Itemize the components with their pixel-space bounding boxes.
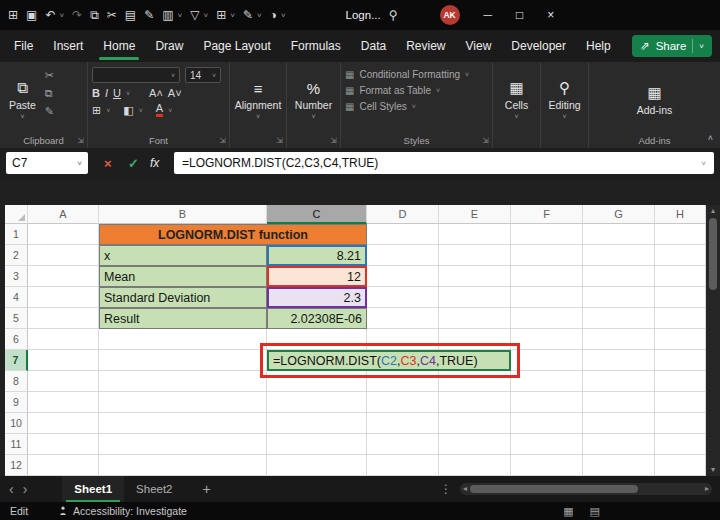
tab-page-layout[interactable]: Page Layout bbox=[203, 30, 270, 62]
cs-chevron-icon[interactable]: ˅ bbox=[412, 103, 416, 110]
borders-button[interactable]: ⊞ bbox=[92, 104, 101, 117]
font-name-chevron-icon[interactable]: ˅ bbox=[171, 72, 175, 79]
paste-chevron-icon[interactable]: ˅ bbox=[20, 113, 24, 120]
alignment-dialog-launcher-icon[interactable]: ⇲ bbox=[276, 136, 283, 145]
search-icon[interactable]: ⚲ bbox=[389, 9, 398, 21]
add-sheet-button[interactable]: + bbox=[203, 481, 211, 497]
minimize-button[interactable]: ─ bbox=[484, 8, 493, 22]
borders-icon[interactable]: ⊞ bbox=[216, 9, 226, 21]
font-color-button[interactable]: A bbox=[156, 103, 163, 117]
increase-font-button[interactable]: A˄ bbox=[149, 87, 163, 99]
font-dialog-launcher-icon[interactable]: ⇲ bbox=[219, 136, 226, 145]
share-chevron-icon[interactable]: ˅ bbox=[699, 42, 704, 51]
tab-insert[interactable]: Insert bbox=[53, 30, 83, 62]
vertical-scrollbar[interactable]: ▴ ▾ bbox=[706, 205, 720, 476]
copy-icon[interactable]: ⧉ bbox=[90, 9, 99, 21]
tab-home[interactable]: Home bbox=[103, 30, 135, 62]
cut-button[interactable]: ✂ bbox=[45, 69, 54, 82]
vertical-scrollbar-thumb[interactable] bbox=[709, 218, 717, 290]
qat-chevron-icon[interactable]: ˅ bbox=[281, 11, 286, 20]
tab-developer[interactable]: Developer bbox=[511, 30, 566, 62]
horizontal-scrollbar[interactable]: ◂ ▸ bbox=[460, 483, 712, 495]
enter-icon[interactable]: ✓ bbox=[128, 148, 139, 178]
sheetbar-more-icon[interactable]: ⋮ bbox=[440, 482, 452, 496]
cells-chevron-icon[interactable]: ˅ bbox=[514, 113, 518, 120]
font-name-combo[interactable]: ˅ bbox=[92, 67, 180, 83]
maximize-button[interactable]: □ bbox=[516, 8, 523, 22]
tab-review[interactable]: Review bbox=[406, 30, 445, 62]
tab-sheet1[interactable]: Sheet1 bbox=[62, 476, 124, 502]
editing-button[interactable]: ⚲ Editing ˅ bbox=[543, 67, 585, 132]
decrease-font-button[interactable]: A˅ bbox=[168, 87, 182, 99]
name-box-chevron-icon[interactable]: ˅ bbox=[77, 159, 82, 168]
editing-chevron-icon[interactable]: ˅ bbox=[562, 113, 566, 120]
hscroll-right-icon[interactable]: ▸ bbox=[705, 485, 709, 493]
number-button[interactable]: % Number ˅ bbox=[290, 67, 337, 132]
chart-chevron-icon[interactable]: ˅ bbox=[178, 11, 183, 20]
undo-icon[interactable]: ↶ bbox=[45, 9, 55, 21]
horizontal-scrollbar-thumb[interactable] bbox=[470, 485, 638, 493]
tab-sheet2[interactable]: Sheet2 bbox=[124, 476, 184, 502]
cell-C7-active-formula[interactable]: =LOGNORM.DIST(C2,C3,C4,TRUE) bbox=[267, 350, 511, 371]
sheet-nav-left-icon[interactable]: ‹ bbox=[0, 481, 23, 497]
name-box[interactable]: C7 ˅ bbox=[6, 152, 88, 174]
collapse-ribbon-icon[interactable]: ˄ bbox=[708, 133, 713, 143]
cell-C3[interactable]: 12 bbox=[267, 266, 367, 287]
formula-input[interactable]: =LOGNORM.DIST(C2,C3,C4,TRUE) ˅ bbox=[174, 152, 714, 174]
view-page-layout-icon[interactable]: ▤ bbox=[590, 505, 600, 518]
cf-chevron-icon[interactable]: ˅ bbox=[465, 71, 469, 78]
borders-btn-chevron-icon[interactable]: ˅ bbox=[106, 107, 110, 114]
tab-help[interactable]: Help bbox=[586, 30, 611, 62]
tab-data[interactable]: Data bbox=[361, 30, 386, 62]
cut-icon[interactable]: ✂ bbox=[107, 9, 117, 21]
redo-icon[interactable]: ↷ bbox=[72, 9, 82, 21]
close-button[interactable]: × bbox=[547, 8, 554, 22]
cell-styles-button[interactable]: ▦ Cell Styles ˅ bbox=[345, 101, 469, 112]
cell-C2[interactable]: 8.21 bbox=[267, 245, 367, 266]
accessibility-status[interactable]: Accessibility: Investigate bbox=[58, 505, 187, 517]
font-color-chevron-icon[interactable]: ˅ bbox=[168, 107, 172, 114]
underline-button[interactable]: U bbox=[113, 87, 121, 99]
draw-pen-icon[interactable]: ✎ bbox=[243, 9, 253, 21]
paste-button[interactable]: ⧉ Paste ˅ bbox=[4, 67, 41, 132]
fill-color-button[interactable]: ◧ bbox=[123, 104, 133, 117]
underline-chevron-icon[interactable]: ˅ bbox=[126, 90, 130, 97]
cell-B2[interactable]: x bbox=[99, 245, 267, 266]
format-painter-icon[interactable]: ✎ bbox=[144, 9, 154, 21]
alignment-chevron-icon[interactable]: ˅ bbox=[256, 113, 260, 120]
cell-B5[interactable]: Result bbox=[99, 308, 267, 329]
number-dialog-launcher-icon[interactable]: ⇲ bbox=[330, 136, 337, 145]
styles-dialog-launcher-icon[interactable]: ⇲ bbox=[482, 136, 489, 145]
view-normal-icon[interactable]: ▦ bbox=[563, 505, 573, 518]
pen-chevron-icon[interactable]: ˅ bbox=[257, 11, 262, 20]
avatar[interactable]: AK bbox=[440, 5, 460, 25]
font-size-chevron-icon[interactable]: ˅ bbox=[212, 72, 216, 79]
number-chevron-icon[interactable]: ˅ bbox=[311, 113, 315, 120]
undo-chevron-icon[interactable]: ˅ bbox=[59, 11, 64, 20]
tab-formulas[interactable]: Formulas bbox=[291, 30, 341, 62]
sheet-icon[interactable]: ▤ bbox=[125, 9, 136, 21]
format-as-table-button[interactable]: ▦ Format as Table ˅ bbox=[345, 85, 469, 96]
filter-chevron-icon[interactable]: ˅ bbox=[204, 11, 209, 20]
scroll-down-icon[interactable]: ▾ bbox=[711, 466, 715, 474]
scroll-up-icon[interactable]: ▴ bbox=[711, 207, 715, 215]
copy-button[interactable]: ⧉ bbox=[45, 87, 54, 100]
italic-button[interactable]: I bbox=[105, 87, 108, 99]
sheet-nav-right-icon[interactable]: › bbox=[23, 481, 37, 497]
bold-button[interactable]: B bbox=[92, 87, 100, 99]
tab-draw[interactable]: Draw bbox=[155, 30, 183, 62]
insert-function-icon[interactable]: fx bbox=[150, 148, 159, 178]
hscroll-left-icon[interactable]: ◂ bbox=[463, 485, 467, 493]
chart-icon[interactable]: ▥ bbox=[162, 9, 173, 21]
tab-file[interactable]: File bbox=[14, 30, 33, 62]
borders-chevron-icon[interactable]: ˅ bbox=[230, 11, 235, 20]
save-icon[interactable]: ▣ bbox=[26, 9, 37, 21]
app-menu-icon[interactable]: ⊞ bbox=[8, 9, 18, 21]
format-painter-button[interactable]: ✎ bbox=[45, 105, 54, 118]
theme-circle-icon[interactable]: ◑ bbox=[270, 9, 277, 21]
cell-B3[interactable]: Mean bbox=[99, 266, 267, 287]
formula-bar-expand-icon[interactable]: ˅ bbox=[701, 159, 706, 168]
share-button[interactable]: ⇗ Share ˅ bbox=[632, 35, 712, 57]
cancel-icon[interactable]: × bbox=[104, 148, 112, 178]
cell-B4[interactable]: Standard Deviation bbox=[99, 287, 267, 308]
